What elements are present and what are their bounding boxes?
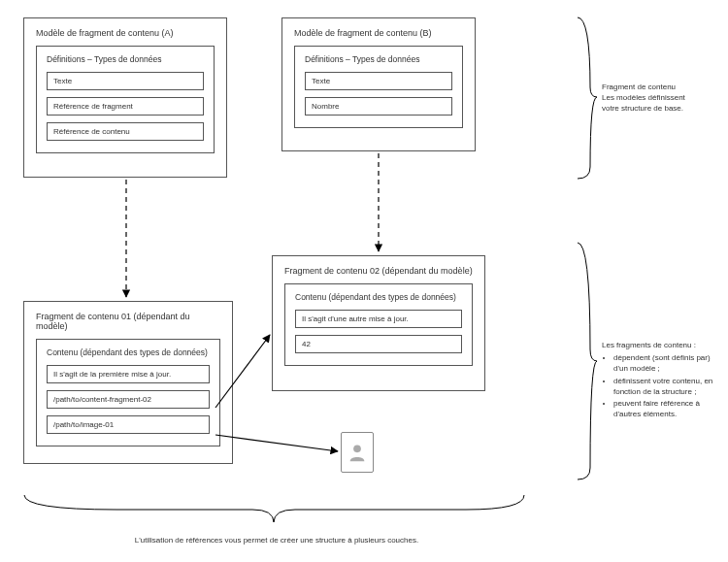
- annot-top-line2: Les modèles définissent: [602, 92, 718, 103]
- annot-top-line3: votre structure de base.: [602, 103, 718, 114]
- annot-bottom-item: définissent votre contenu, en fonction d…: [613, 376, 723, 397]
- model-a-card: Modèle de fragment de contenu (A) Défini…: [23, 17, 227, 178]
- field-item: Nombre: [305, 97, 452, 116]
- user-icon: [347, 439, 368, 466]
- annot-bottom-item: peuvent faire référence à d'autres éléme…: [613, 398, 723, 419]
- bracket-bottom: [578, 243, 597, 479]
- svg-point-0: [353, 445, 361, 452]
- fragment-01-card: Fragment de contenu 01 (dépendant du mod…: [23, 301, 233, 464]
- field-item: Texte: [305, 72, 452, 90]
- annotation-models: Fragment de contenu Les modèles définiss…: [602, 82, 718, 115]
- fragment-01-title: Fragment de contenu 01 (dépendant du mod…: [36, 312, 220, 331]
- field-item: Texte: [47, 72, 204, 90]
- fragment-01-content-title: Contenu (dépendant des types de données): [47, 347, 210, 357]
- model-a-definitions: Définitions – Types de données Texte Réf…: [36, 46, 215, 153]
- model-b-definitions: Définitions – Types de données Texte Nom…: [294, 46, 463, 128]
- fragment-01-content: Contenu (dépendant des types de données)…: [36, 339, 220, 446]
- model-a-title: Modèle de fragment de contenu (A): [36, 28, 215, 38]
- model-a-definitions-title: Définitions – Types de données: [47, 54, 204, 64]
- field-item: Référence de contenu: [47, 122, 204, 141]
- field-item: Référence de fragment: [47, 97, 204, 116]
- fragment-02-card: Fragment de contenu 02 (dépendant du mod…: [272, 255, 485, 391]
- brace-bottom: [24, 495, 524, 522]
- field-item: Il s'agit de la première mise à jour.: [47, 365, 210, 383]
- model-b-definitions-title: Définitions – Types de données: [305, 54, 452, 64]
- fragment-02-content: Contenu (dépendant des types de données)…: [284, 283, 473, 366]
- model-b-title: Modèle de fragment de contenu (B): [294, 28, 463, 38]
- image-placeholder: [341, 432, 374, 473]
- field-item: Il s'agit d'une autre mise à jour.: [295, 310, 462, 328]
- annot-bottom-item: dépendent (sont définis par) d'un modèle…: [613, 352, 723, 374]
- fragment-02-content-title: Contenu (dépendant des types de données): [295, 292, 462, 302]
- bracket-top: [578, 17, 597, 179]
- fragment-02-title: Fragment de contenu 02 (dépendant du mod…: [284, 266, 473, 276]
- field-item: 42: [295, 335, 462, 353]
- model-b-card: Modèle de fragment de contenu (B) Défini…: [281, 17, 476, 151]
- annotation-fragments: Les fragments de contenu : dépendent (so…: [602, 340, 723, 420]
- annot-top-line1: Fragment de contenu: [602, 82, 718, 92]
- field-item: /path/to/image-01: [47, 415, 210, 434]
- arrow-to-image: [215, 435, 338, 451]
- bottom-caption: L'utilisation de références vous permet …: [107, 536, 447, 545]
- annot-bottom-heading: Les fragments de contenu :: [602, 340, 723, 350]
- field-item: /path/to/content-fragment-02: [47, 390, 210, 409]
